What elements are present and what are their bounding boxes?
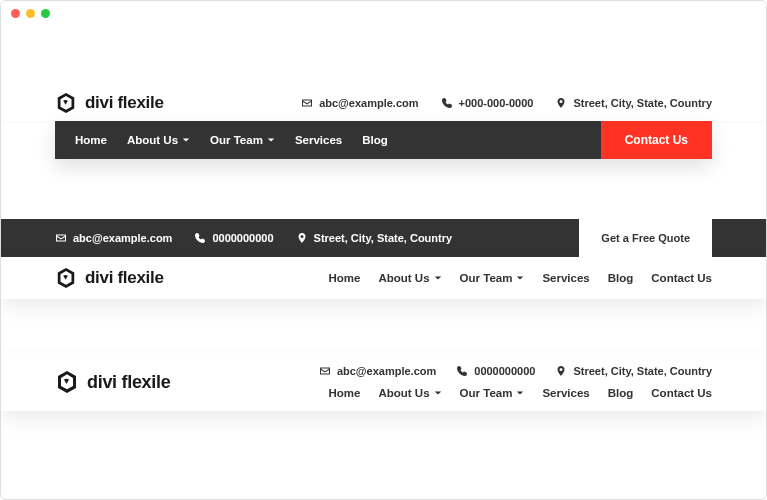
chevron-down-icon bbox=[516, 274, 524, 282]
header-variant-1: divi flexile abc@example.com +000-000-00… bbox=[1, 85, 766, 159]
address-text: Street, City, State, Country bbox=[573, 365, 712, 377]
email-text: abc@example.com bbox=[319, 97, 418, 109]
header-2-contact: abc@example.com 0000000000 Street, City,… bbox=[55, 232, 579, 244]
close-dot[interactable] bbox=[11, 9, 20, 18]
phone-text: +000-000-0000 bbox=[459, 97, 534, 109]
address-info[interactable]: Street, City, State, Country bbox=[555, 365, 712, 377]
address-info[interactable]: Street, City, State, Country bbox=[555, 97, 712, 109]
email-info[interactable]: abc@example.com bbox=[301, 97, 418, 109]
get-quote-button[interactable]: Get a Free Quote bbox=[579, 219, 712, 257]
nav-about[interactable]: About Us bbox=[378, 387, 441, 399]
logo-icon bbox=[55, 92, 77, 114]
nav-services[interactable]: Services bbox=[295, 134, 342, 146]
header-2-topbar: abc@example.com 0000000000 Street, City,… bbox=[1, 219, 766, 257]
nav-team[interactable]: Our Team bbox=[460, 272, 525, 284]
logo[interactable]: divi flexile bbox=[55, 370, 170, 394]
nav-home[interactable]: Home bbox=[329, 387, 361, 399]
canvas: divi flexile abc@example.com +000-000-00… bbox=[1, 85, 766, 411]
nav-contact[interactable]: Contact Us bbox=[651, 272, 712, 284]
nav-blog[interactable]: Blog bbox=[608, 387, 634, 399]
email-text: abc@example.com bbox=[337, 365, 436, 377]
email-info[interactable]: abc@example.com bbox=[319, 365, 436, 377]
phone-icon bbox=[194, 232, 206, 244]
logo[interactable]: divi flexile bbox=[55, 92, 164, 114]
phone-text: 0000000000 bbox=[212, 232, 273, 244]
location-icon bbox=[555, 365, 567, 377]
address-text: Street, City, State, Country bbox=[573, 97, 712, 109]
nav-about[interactable]: About Us bbox=[378, 272, 441, 284]
email-icon bbox=[301, 97, 313, 109]
nav-blog[interactable]: Blog bbox=[608, 272, 634, 284]
nav-about[interactable]: About Us bbox=[127, 134, 190, 146]
email-icon bbox=[55, 232, 67, 244]
nav-items: Home About Us Our Team Services Blog Con… bbox=[329, 272, 712, 284]
contact-us-button[interactable]: Contact Us bbox=[601, 121, 712, 159]
nav-home[interactable]: Home bbox=[75, 134, 107, 146]
nav-contact[interactable]: Contact Us bbox=[651, 387, 712, 399]
chevron-down-icon bbox=[182, 136, 190, 144]
email-text: abc@example.com bbox=[73, 232, 172, 244]
phone-text: 0000000000 bbox=[474, 365, 535, 377]
phone-icon bbox=[441, 97, 453, 109]
chevron-down-icon bbox=[434, 389, 442, 397]
logo[interactable]: divi flexile bbox=[55, 267, 164, 289]
nav-items: Home About Us Our Team Services Blog bbox=[55, 134, 601, 146]
nav-items: Home About Us Our Team Services Blog Con… bbox=[329, 387, 712, 399]
nav-team[interactable]: Our Team bbox=[210, 134, 275, 146]
nav-services[interactable]: Services bbox=[542, 272, 589, 284]
nav-blog[interactable]: Blog bbox=[362, 134, 388, 146]
address-text: Street, City, State, Country bbox=[314, 232, 453, 244]
header-3-contact: abc@example.com 0000000000 Street, City,… bbox=[319, 365, 712, 377]
header-variant-3: divi flexile abc@example.com 0000000000 bbox=[1, 353, 766, 411]
header-1-contact: abc@example.com +000-000-0000 Street, Ci… bbox=[301, 97, 712, 109]
logo-text: divi flexile bbox=[85, 268, 164, 288]
header-3-bar: divi flexile abc@example.com 0000000000 bbox=[1, 353, 766, 411]
logo-icon bbox=[55, 370, 79, 394]
phone-info[interactable]: 0000000000 bbox=[194, 232, 273, 244]
window-titlebar bbox=[1, 1, 766, 25]
header-1-topbar: divi flexile abc@example.com +000-000-00… bbox=[1, 85, 766, 121]
email-icon bbox=[319, 365, 331, 377]
chevron-down-icon bbox=[267, 136, 275, 144]
header-2-navbar: divi flexile Home About Us Our Team Serv… bbox=[1, 257, 766, 299]
address-info[interactable]: Street, City, State, Country bbox=[296, 232, 453, 244]
location-icon bbox=[296, 232, 308, 244]
header-3-right: abc@example.com 0000000000 Street, City,… bbox=[319, 365, 712, 399]
minimize-dot[interactable] bbox=[26, 9, 35, 18]
phone-info[interactable]: +000-000-0000 bbox=[441, 97, 534, 109]
chevron-down-icon bbox=[434, 274, 442, 282]
nav-team[interactable]: Our Team bbox=[460, 387, 525, 399]
nav-home[interactable]: Home bbox=[329, 272, 361, 284]
chevron-down-icon bbox=[516, 389, 524, 397]
logo-text: divi flexile bbox=[85, 93, 164, 113]
location-icon bbox=[555, 97, 567, 109]
header-1-navbar: Home About Us Our Team Services Blog Con… bbox=[55, 121, 712, 159]
logo-icon bbox=[55, 267, 77, 289]
phone-info[interactable]: 0000000000 bbox=[456, 365, 535, 377]
logo-text: divi flexile bbox=[87, 372, 170, 393]
nav-services[interactable]: Services bbox=[542, 387, 589, 399]
email-info[interactable]: abc@example.com bbox=[55, 232, 172, 244]
header-variant-2: abc@example.com 0000000000 Street, City,… bbox=[1, 219, 766, 299]
browser-window: divi flexile abc@example.com +000-000-00… bbox=[0, 0, 767, 500]
maximize-dot[interactable] bbox=[41, 9, 50, 18]
phone-icon bbox=[456, 365, 468, 377]
